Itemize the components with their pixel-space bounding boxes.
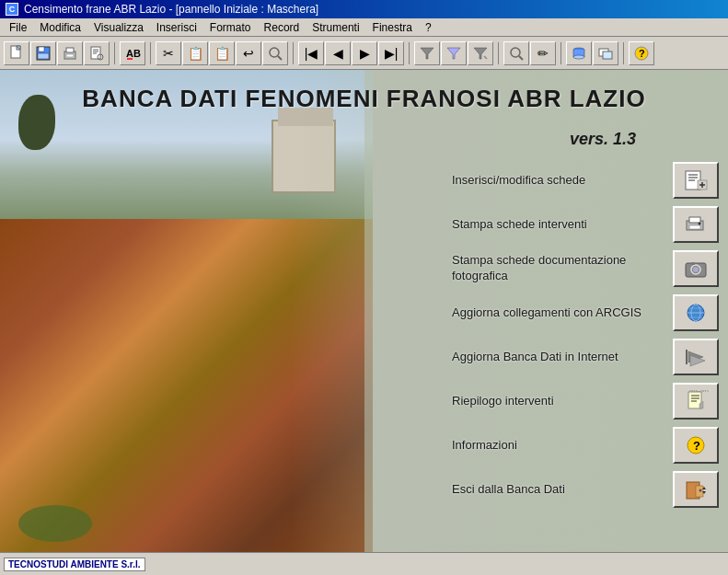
menu-file[interactable]: File: [4, 19, 32, 36]
menu-finestra[interactable]: Finestra: [367, 19, 418, 36]
tb-search-icon-btn[interactable]: [503, 41, 529, 65]
tb-sep-2: [150, 42, 151, 64]
btn-label-foto: Stampa schede documentazione fotografica: [452, 253, 664, 284]
menu-modifica[interactable]: Modifica: [34, 19, 87, 36]
inserisci-modifica-btn[interactable]: [673, 162, 719, 199]
riepilogo-btn[interactable]: MEMO: [673, 383, 719, 420]
btn-label-internet: Aggiorna Banca Dati in Internet: [452, 350, 664, 365]
aggiorna-arcgis-btn[interactable]: [673, 294, 719, 331]
btn-label-esci: Esci dalla Banca Dati: [452, 482, 664, 498]
svg-rect-5: [66, 48, 74, 52]
version-text: vers. 1.3: [570, 130, 636, 149]
tb-sep-7: [623, 42, 624, 64]
esci-btn[interactable]: [673, 471, 719, 508]
menu-bar: File Modifica Visualizza Inserisci Forma…: [0, 18, 728, 37]
menu-visualizza[interactable]: Visualizza: [88, 19, 149, 36]
svg-text:?: ?: [693, 439, 700, 453]
tb-save-btn[interactable]: [30, 41, 56, 65]
btn-label-arcgis: Aggiorna collegamenti con ARCGIS: [452, 305, 664, 321]
tb-cut-btn[interactable]: ✂: [156, 41, 181, 65]
buttons-panel: Inserisci/modifica schede Stampa schede …: [452, 162, 719, 508]
svg-point-22: [573, 55, 584, 59]
svg-text:ABC: ABC: [126, 48, 141, 59]
btn-label-inserisci: Inserisci/modifica schede: [452, 173, 664, 189]
btn-label-info: Informazioni: [452, 438, 664, 454]
tb-next-btn[interactable]: ▶: [352, 41, 377, 65]
tb-sep-6: [560, 42, 561, 64]
window-title: Censimento frane ABR Lazio - [pannello I…: [24, 3, 318, 16]
tb-sep-4: [409, 42, 410, 64]
stampa-foto-btn[interactable]: [673, 250, 719, 287]
svg-point-37: [699, 223, 701, 225]
tb-edit-btn[interactable]: ✏: [530, 41, 556, 65]
tb-prev-btn[interactable]: ◀: [325, 41, 351, 65]
svg-rect-2: [39, 47, 44, 52]
aggiorna-internet-btn[interactable]: [673, 339, 719, 375]
menu-help[interactable]: ?: [420, 19, 437, 36]
svg-rect-6: [66, 54, 74, 57]
title-bar: C Censimento frane ABR Lazio - [pannello…: [0, 0, 728, 18]
btn-row-internet: Aggiorna Banca Dati in Internet: [452, 339, 719, 375]
btn-row-stampa: Stampa schede interventi: [452, 206, 719, 243]
tb-apply-filter-btn[interactable]: [468, 41, 493, 65]
tb-filter-btn[interactable]: [414, 41, 440, 65]
btn-row-info: Informazioni ?: [452, 427, 719, 464]
svg-point-59: [699, 489, 702, 492]
btn-row-arcgis: Aggiorna collegamenti con ARCGIS: [452, 294, 719, 331]
btn-row-inserisci: Inserisci/modifica schede: [452, 162, 719, 199]
svg-rect-36: [689, 225, 700, 229]
tb-spell-btn[interactable]: ABC: [120, 41, 145, 65]
tb-sep-1: [114, 42, 115, 64]
btn-row-riepilogo: Riepilogo interventi MEMO: [452, 383, 719, 420]
svg-text:?: ?: [639, 48, 645, 59]
svg-rect-35: [689, 217, 700, 223]
svg-point-19: [511, 48, 520, 57]
toolbar: ABC ✂ 📋 📋 ↩ |◀ ◀ ▶ ▶| ✏: [0, 37, 728, 70]
tb-filter2-btn[interactable]: [441, 41, 467, 65]
svg-line-14: [278, 56, 282, 60]
informazioni-btn[interactable]: ?: [673, 427, 719, 464]
app-icon: C: [6, 3, 18, 16]
tb-sep-5: [498, 42, 499, 64]
svg-point-40: [693, 267, 699, 272]
tb-copy-btn[interactable]: 📋: [182, 41, 208, 65]
svg-rect-24: [603, 52, 612, 59]
tb-preview-btn[interactable]: [84, 41, 110, 65]
tb-find-btn[interactable]: [262, 41, 288, 65]
svg-line-18: [484, 56, 487, 59]
tb-db-btn[interactable]: [566, 41, 592, 65]
tb-undo-btn[interactable]: ↩: [236, 41, 261, 65]
tb-last-btn[interactable]: ▶|: [378, 41, 404, 65]
tb-window-btn[interactable]: [593, 41, 618, 65]
btn-label-stampa: Stampa schede interventi: [452, 217, 664, 233]
main-content: BANCA DATI FENOMENI FRANOSI ABR LAZIO ve…: [0, 70, 728, 567]
svg-point-13: [270, 48, 279, 57]
menu-formato[interactable]: Formato: [204, 19, 257, 36]
svg-marker-15: [421, 48, 433, 59]
svg-text:MEMO: MEMO: [689, 390, 709, 394]
svg-rect-41: [691, 262, 695, 265]
tb-print-btn[interactable]: [57, 41, 83, 65]
tb-sep-3: [293, 42, 294, 64]
btn-row-esci: Esci dalla Banca Dati: [452, 471, 719, 508]
tb-help-btn[interactable]: ?: [629, 41, 654, 65]
menu-strumenti[interactable]: Strumenti: [306, 19, 364, 36]
stampa-schede-btn[interactable]: [673, 206, 719, 243]
status-bar: TECNOSTUDI AMBIENTE S.r.l.: [0, 552, 728, 575]
svg-line-20: [519, 56, 523, 60]
main-title: BANCA DATI FENOMENI FRANOSI ABR LAZIO: [0, 85, 728, 113]
menu-record[interactable]: Record: [259, 19, 306, 36]
btn-label-riepilogo: Riepilogo interventi: [452, 394, 664, 409]
tb-first-btn[interactable]: |◀: [298, 41, 324, 65]
tb-paste-btn[interactable]: 📋: [209, 41, 235, 65]
svg-marker-16: [447, 48, 460, 59]
company-logo: TECNOSTUDI AMBIENTE S.r.l.: [4, 558, 145, 571]
btn-row-foto: Stampa schede documentazione fotografica: [452, 250, 719, 287]
menu-inserisci[interactable]: Inserisci: [151, 19, 202, 36]
svg-rect-3: [38, 53, 49, 59]
tb-new-btn[interactable]: [4, 41, 29, 65]
